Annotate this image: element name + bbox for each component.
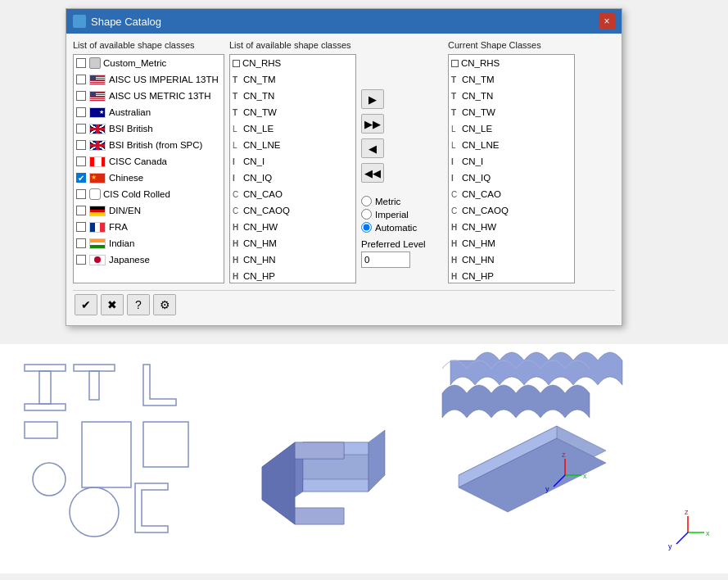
svg-rect-1 (39, 371, 51, 404)
mid-list-item-cn_lne[interactable]: LCN_LNE (230, 137, 355, 153)
right-list-item-cn_tw_r[interactable]: TCN_TW (449, 104, 574, 120)
checkbox-bsi_british[interactable] (76, 124, 86, 134)
svg-point-6 (33, 463, 66, 496)
mid-list-item-cn_caoq[interactable]: CCN_CAOQ (230, 202, 355, 219)
imperial-radio[interactable] (361, 209, 372, 220)
checkbox-indian[interactable] (76, 238, 86, 248)
svg-rect-2 (25, 404, 66, 410)
right-list-item-cn_iq_r[interactable]: ICN_IQ (449, 170, 574, 186)
mid-list-item-cn_hm[interactable]: HCN_HM (230, 235, 355, 251)
mid-list-item-cn_hn[interactable]: HCN_HN (230, 251, 355, 268)
mid-list-item-cn_tn[interactable]: TCN_TN (230, 88, 355, 104)
mid-list-item-cn_iq[interactable]: ICN_IQ (230, 170, 355, 186)
add-one-button[interactable]: ▶ (361, 89, 384, 109)
right-list-item-cn_lne_r[interactable]: LCN_LNE (449, 137, 574, 153)
label-cn_rhs: CN_RHS (242, 58, 281, 68)
svg-text:y: y (668, 542, 672, 551)
remove-all-button[interactable]: ◀◀ (361, 163, 384, 183)
mid-list-item-cn_hp[interactable]: HCN_HP (230, 268, 355, 283)
left-panel-label: List of available shape classes (73, 40, 224, 50)
left-list-item-japanese[interactable]: Japanese (74, 251, 224, 268)
pref-level-input[interactable] (361, 251, 410, 268)
left-list-item-aisc_imperial[interactable]: AISC US IMPERIAL 13TH (74, 71, 224, 88)
mid-list-item-cn_i[interactable]: ICN_I (230, 153, 355, 170)
right-list-item-cn_hn_r[interactable]: HCN_HN (449, 251, 574, 268)
label-japanese: Japanese (109, 255, 150, 265)
checkbox-fra[interactable] (76, 222, 86, 232)
right-list-item-cn_cao_r[interactable]: CCN_CAO (449, 186, 574, 202)
left-list-item-indian[interactable]: Indian (74, 235, 224, 251)
right-panel: Current Shape Classes CN_RHSTCN_TMTCN_TN… (448, 40, 575, 283)
label-cn_hp_r: CN_HP (462, 271, 494, 281)
automatic-radio-item[interactable]: Automatic (361, 222, 443, 233)
mid-list-item-cn_cao[interactable]: CCN_CAO (230, 186, 355, 202)
right-listbox[interactable]: CN_RHSTCN_TMTCN_TNTCN_TWLCN_LELCN_LNEICN… (448, 54, 575, 283)
left-list-item-chinese[interactable]: ✔Chinese (74, 170, 224, 186)
right-panel-label: Current Shape Classes (448, 40, 575, 50)
shapes-3d-svg: x z y x z y (246, 344, 712, 573)
pref-level-label: Preferred Level (361, 239, 443, 249)
checkbox-australian[interactable] (76, 107, 86, 117)
right-list-item-cn_caoq_r[interactable]: CCN_CAOQ (449, 202, 574, 219)
mid-list-item-cn_tw[interactable]: TCN_TW (230, 104, 355, 120)
mid-list-item-cn_hw[interactable]: HCN_HW (230, 219, 355, 235)
right-list-item-cn_tn_r[interactable]: TCN_TN (449, 88, 574, 104)
checkbox-din_en[interactable] (76, 206, 86, 215)
settings-button[interactable]: ⚙ (153, 294, 176, 315)
right-list-item-cn_hp_r[interactable]: HCN_HP (449, 268, 574, 283)
checkbox-cis_cold_rolled[interactable] (76, 189, 86, 199)
label-cn_rhs_r: CN_RHS (461, 58, 500, 68)
mid-list-item-cn_tm[interactable]: TCN_TM (230, 71, 355, 88)
imperial-radio-item[interactable]: Imperial (361, 209, 443, 220)
label-cn_caoq: CN_CAOQ (243, 206, 290, 215)
left-listbox[interactable]: Custom_MetricAISC US IMPERIAL 13THAISC U… (73, 54, 224, 283)
checkbox-aisc_metric[interactable] (76, 91, 86, 101)
left-list-item-cisc_canada[interactable]: CISC Canada (74, 153, 224, 170)
checkbox-japanese[interactable] (76, 255, 86, 265)
left-list-item-bsi_british_spc[interactable]: BSI British (from SPC) (74, 137, 224, 153)
add-all-button[interactable]: ▶▶ (361, 114, 384, 134)
left-list-item-australian[interactable]: Australian (74, 104, 224, 120)
metric-radio-item[interactable]: Metric (361, 196, 443, 206)
left-list-item-aisc_metric[interactable]: AISC US METRIC 13TH (74, 88, 224, 104)
mid-list-item-cn_rhs[interactable]: CN_RHS (230, 55, 355, 71)
left-list-item-fra[interactable]: FRA (74, 219, 224, 235)
label-cn_lne: CN_LNE (243, 140, 280, 150)
right-list-item-cn_rhs_r[interactable]: CN_RHS (449, 55, 574, 71)
label-din_en: DIN/EN (109, 206, 141, 215)
imperial-label: Imperial (375, 210, 409, 220)
automatic-radio[interactable] (361, 222, 372, 233)
svg-line-20 (676, 532, 688, 544)
checkbox-aisc_imperial[interactable] (76, 75, 86, 84)
right-list-item-cn_hm_r[interactable]: HCN_HM (449, 235, 574, 251)
right-list-item-cn_i_r[interactable]: ICN_I (449, 153, 574, 170)
svg-text:z: z (562, 451, 566, 459)
left-panel: List of available shape classes Custom_M… (73, 40, 224, 283)
metric-radio[interactable] (361, 196, 372, 206)
checkbox-custom_metric[interactable] (76, 58, 86, 68)
label-aisc_imperial: AISC US IMPERIAL 13TH (109, 75, 219, 84)
dialog-body: List of available shape classes Custom_M… (66, 34, 622, 325)
label-cn_hw: CN_HW (243, 222, 278, 232)
pref-level-section: Preferred Level (361, 239, 443, 268)
left-list-item-din_en[interactable]: DIN/EN (74, 202, 224, 219)
label-custom_metric: Custom_Metric (103, 58, 166, 68)
mid-list-item-cn_le[interactable]: LCN_LE (230, 120, 355, 137)
checkbox-cisc_canada[interactable] (76, 156, 86, 166)
checkbox-chinese[interactable]: ✔ (76, 173, 86, 183)
checkbox-bsi_british_spc[interactable] (76, 140, 86, 150)
close-button[interactable]: × (599, 13, 615, 29)
help-button[interactable]: ? (127, 294, 150, 315)
label-australian: Australian (109, 107, 151, 117)
label-cn_lne_r: CN_LNE (462, 140, 499, 150)
right-list-item-cn_hw_r[interactable]: HCN_HW (449, 219, 574, 235)
mid-listbox[interactable]: CN_RHSTCN_TMTCN_TNTCN_TWLCN_LELCN_LNEICN… (229, 54, 356, 283)
left-list-item-custom_metric[interactable]: Custom_Metric (74, 55, 224, 71)
right-list-item-cn_tm_r[interactable]: TCN_TM (449, 71, 574, 88)
left-list-item-cis_cold_rolled[interactable]: CIS Cold Rolled (74, 186, 224, 202)
cancel-button[interactable]: ✖ (101, 294, 124, 315)
remove-one-button[interactable]: ◀ (361, 138, 384, 158)
right-list-item-cn_le_r[interactable]: LCN_LE (449, 120, 574, 137)
left-list-item-bsi_british[interactable]: BSI British (74, 120, 224, 137)
ok-button[interactable]: ✔ (75, 294, 97, 315)
